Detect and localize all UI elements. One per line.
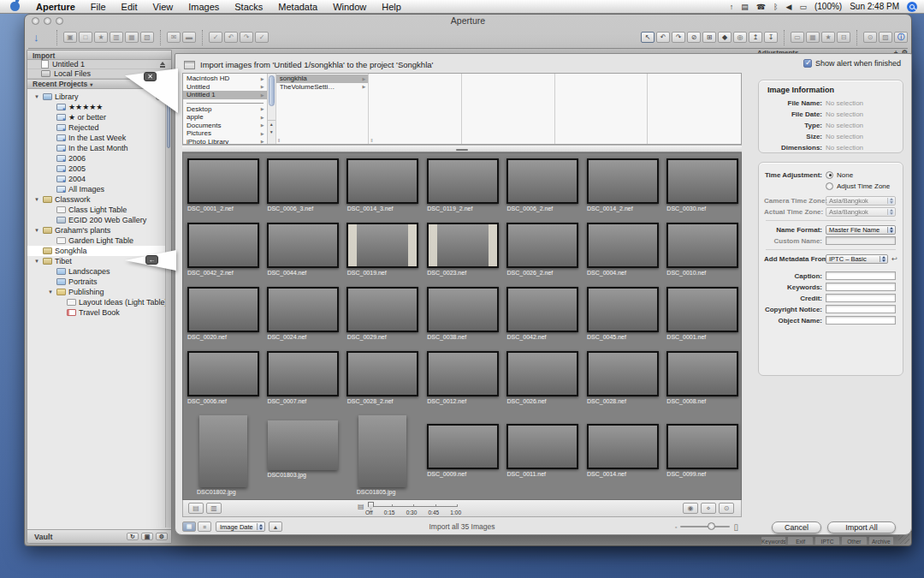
vault-gear-button[interactable]: ⚙ <box>156 533 168 540</box>
browser-item[interactable]: Desktop ▶ <box>183 105 267 114</box>
sidebar-tree-item[interactable]: 2004 <box>27 174 165 184</box>
thumbnail[interactable]: DSC_0029.nef <box>343 287 423 346</box>
thumbnail[interactable]: DSC_0028.nef <box>583 351 662 410</box>
sidebar-tree-item[interactable]: Portraits <box>27 277 165 287</box>
metadata-input-field[interactable] <box>826 316 896 325</box>
menu-item[interactable]: File <box>83 0 114 14</box>
sidebar-tree-item[interactable]: ▼ Graham's plants <box>27 225 165 235</box>
thumbnail[interactable]: DSC_0028_2.nef <box>343 351 423 410</box>
menu-item[interactable]: Metadata <box>270 0 325 14</box>
browser-item[interactable]: iPhoto Library ▶ <box>183 138 267 145</box>
thumbnail[interactable]: DSC_0001.nef <box>662 287 742 346</box>
title-bar[interactable]: Aperture <box>25 15 911 26</box>
sidebar-tree-item[interactable]: Rejected <box>27 122 165 133</box>
thumbnail[interactable]: DSC_0006_3.nef <box>263 158 342 217</box>
metadata-input-field[interactable] <box>826 271 896 280</box>
import-pane-icon[interactable]: ▤ <box>188 503 204 514</box>
rate-check-icon[interactable]: ✓ <box>255 32 269 43</box>
thumbnail[interactable]: DSC_0007.nef <box>263 351 342 410</box>
straighten-tool-icon[interactable]: ⊘ <box>687 32 701 43</box>
menu-item[interactable]: Help <box>374 0 409 14</box>
sidebar-scrollbar[interactable] <box>165 92 171 527</box>
browser-item[interactable]: apple ▶ <box>183 113 267 122</box>
loupe-icon[interactable]: ⊙ <box>863 32 877 43</box>
thumbnail[interactable]: DSC_0023.nef <box>423 223 502 282</box>
sidebar-tree-item[interactable]: In the Last Week <box>27 133 165 143</box>
spot-patch-tool-icon[interactable]: ◆ <box>718 32 732 43</box>
select-tool-icon[interactable]: ↖ <box>641 32 654 43</box>
browser-item[interactable]: Untitled ▶ <box>183 83 267 92</box>
new-web-gallery-icon[interactable]: ▧ <box>140 32 154 43</box>
disclosure-triangle-icon[interactable]: ▼ <box>34 94 40 99</box>
disclosure-triangle-icon[interactable]: ▼ <box>34 197 40 202</box>
thumbnail[interactable]: DSC_0026_2.nef <box>503 223 583 282</box>
export-pane-icon[interactable]: ▥ <box>206 503 222 514</box>
thumbnail[interactable]: DSC_0030.nef <box>662 158 742 217</box>
thumbnail[interactable]: DSC_0042_2.nef <box>183 223 263 282</box>
thumbnail[interactable]: DSC_0010.nef <box>662 223 742 282</box>
disclosure-triangle-icon[interactable]: ▼ <box>48 289 54 295</box>
star-filter-icon[interactable]: ★ <box>821 32 835 43</box>
thumbnail[interactable]: DSC_0020.nef <box>183 287 263 346</box>
metadata-tab[interactable]: Keywords <box>761 536 786 545</box>
camera-info-icon[interactable]: ◉ <box>683 503 698 514</box>
rotate-left-tool-icon[interactable]: ↶ <box>656 32 670 43</box>
thumbnail[interactable]: DSC_0014_3.nef <box>343 158 423 217</box>
size-slider-thumb[interactable] <box>708 522 715 530</box>
name-format-select[interactable]: Master File Name <box>826 225 896 235</box>
menu-item[interactable]: Images <box>181 0 227 14</box>
menu-item[interactable]: Stacks <box>227 0 270 14</box>
thumbnail[interactable]: DSC_0042.nef <box>503 287 583 346</box>
metadata-tab[interactable]: Archive <box>868 536 894 545</box>
metadata-tab[interactable]: IPTC <box>814 536 840 545</box>
cancel-button[interactable]: Cancel <box>772 521 821 533</box>
vault-panel-button[interactable]: ▣ <box>141 533 153 540</box>
red-eye-tool-icon[interactable]: ◎ <box>733 32 747 43</box>
thumbnail-size-slider[interactable]: ▫ ▯ <box>675 522 738 532</box>
sort-direction-button[interactable]: ▲ <box>269 521 282 532</box>
browser-item[interactable]: TheVolumeSetti… ▶ <box>276 83 369 92</box>
viewer-mode-icon[interactable]: ▭ <box>791 32 804 43</box>
menu-item[interactable]: Aperture <box>28 0 83 14</box>
loupe-grid-icon[interactable]: ⊙ <box>719 503 734 514</box>
thumbnail[interactable]: DSC_0011.nef <box>503 415 583 493</box>
menu-clock[interactable]: Sun 2:48 PM <box>850 2 899 11</box>
sidebar-tree-item[interactable]: 2005 <box>27 164 165 174</box>
new-book-icon[interactable]: ▥ <box>110 32 123 43</box>
modem-menu-icon[interactable]: ☎ <box>756 3 766 11</box>
export-icon[interactable]: ▬ <box>182 32 196 43</box>
thumbnail[interactable]: DSC_0009.nef <box>423 415 502 493</box>
stamp-tool-icon[interactable]: ↧ <box>764 32 778 43</box>
thumbnail[interactable]: DSC_0001_2.nef <box>183 158 263 217</box>
metadata-input-field[interactable] <box>826 283 896 291</box>
browser-grid-splitter[interactable] <box>182 145 742 152</box>
lift-tool-icon[interactable]: ↥ <box>749 32 762 43</box>
browser-scrollbar[interactable]: ▲▼ <box>267 74 275 144</box>
thumbnail[interactable]: DSC_0044.nef <box>263 223 342 282</box>
disclosure-triangle-icon[interactable]: ▼ <box>34 259 40 264</box>
sidebar-tree-item[interactable]: ▼ Publishing <box>27 287 165 297</box>
import-arrow-icon[interactable]: ↓ <box>33 31 45 45</box>
metadata-tab[interactable]: Other <box>841 536 867 545</box>
actual-time-zone-select[interactable]: Asia/Bangkok <box>826 207 896 217</box>
thumbnail[interactable]: DSC_0026.nef <box>503 351 583 410</box>
thumbnail[interactable]: DSC01803.jpg <box>263 415 342 493</box>
sort-order-select[interactable]: Image Date <box>216 521 265 532</box>
menu-item[interactable]: Edit <box>114 0 145 14</box>
disclosure-triangle-icon[interactable]: ▼ <box>34 228 40 233</box>
email-icon[interactable]: ✉ <box>167 32 181 43</box>
new-album-icon[interactable]: □ <box>79 32 92 43</box>
sidebar-tree-item[interactable]: ★ or better <box>27 112 165 122</box>
browser-item[interactable]: Untitled 1 ▶ <box>183 91 267 99</box>
browser-item[interactable]: Macintosh HD ▶ <box>183 74 267 83</box>
crop-tool-icon[interactable]: ⊞ <box>702 32 716 43</box>
browser-item[interactable]: songkhla ▶ <box>276 74 369 83</box>
approve-icon[interactable]: ✓ <box>209 32 222 43</box>
info-icon[interactable]: ⓘ <box>894 32 908 43</box>
thumbnail[interactable]: DSC_0099.nef <box>662 415 742 493</box>
spotlight-icon[interactable] <box>907 2 917 12</box>
remove-source-button[interactable]: ✕ <box>144 72 157 81</box>
add-metadata-from-select[interactable]: IPTC – Basic <box>826 254 888 264</box>
sidebar-tree-item[interactable]: All Images <box>27 184 165 194</box>
time-none-radio[interactable] <box>826 171 833 179</box>
